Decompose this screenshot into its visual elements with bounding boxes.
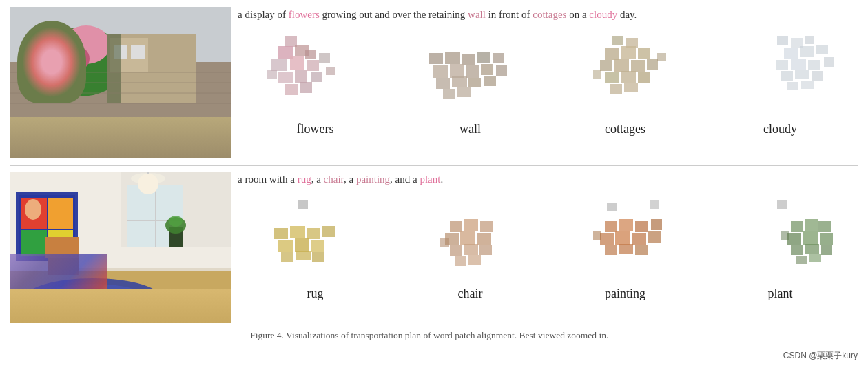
patch-flowers-canvas [257,32,374,115]
caption-mid2: in front of [486,9,533,20]
svg-rect-49 [612,36,623,45]
svg-rect-46 [484,76,496,86]
patch-chair: chair [405,197,536,301]
svg-rect-64 [593,70,601,79]
svg-rect-30 [300,82,312,93]
svg-rect-45 [468,78,481,87]
patch-cottages-label: cottages [605,122,645,136]
svg-point-98 [52,288,134,310]
svg-rect-128 [468,255,481,265]
svg-rect-40 [466,65,479,78]
patch-cottages-canvas [567,32,684,115]
svg-rect-76 [795,70,809,79]
svg-rect-138 [632,233,646,245]
svg-rect-22 [271,59,287,71]
svg-rect-68 [784,48,798,59]
svg-rect-95 [79,268,231,271]
svg-rect-78 [787,82,798,90]
room-caption-word3: painting [356,174,390,185]
main-container: a display of flowers growing out and ove… [0,0,868,381]
svg-rect-141 [619,244,633,254]
svg-rect-79 [801,81,814,89]
svg-rect-52 [621,46,636,59]
svg-rect-140 [605,245,617,255]
svg-rect-61 [610,84,622,94]
svg-rect-37 [493,53,504,63]
svg-rect-109 [290,226,305,238]
svg-rect-124 [450,245,462,256]
svg-rect-54 [600,60,612,71]
svg-rect-133 [619,219,633,231]
svg-rect-99 [48,251,79,275]
svg-rect-43 [436,78,450,89]
svg-rect-48 [457,87,471,97]
svg-rect-63 [657,53,666,61]
figure-caption-text: Figure 4. Visualizations of transportati… [250,330,608,340]
svg-rect-150 [820,233,833,245]
patch-cloudy-canvas [722,32,839,115]
row-divider [10,165,858,166]
patch-wall-canvas [412,32,529,115]
room-caption-word1: rug [298,174,311,185]
svg-rect-42 [496,65,507,76]
svg-rect-112 [278,240,293,252]
svg-rect-70 [816,45,828,54]
svg-rect-151 [791,245,803,255]
garden-patches-row: flowers [238,32,858,136]
patch-chair-label: chair [458,287,483,301]
svg-rect-66 [791,38,803,48]
patch-rug-label: rug [307,287,324,301]
svg-rect-100 [45,237,79,258]
svg-rect-115 [281,252,293,262]
watermark-text: CSDN @栗栗子kury [783,350,858,362]
svg-rect-28 [311,72,322,82]
svg-rect-21 [305,50,316,59]
svg-rect-156 [781,231,789,240]
svg-rect-67 [805,36,814,44]
caption-word3: cottages [533,9,566,20]
svg-rect-134 [635,221,648,232]
svg-rect-62 [624,83,638,92]
svg-rect-44 [452,76,467,87]
svg-rect-31 [326,67,335,75]
svg-rect-81 [10,268,231,323]
patch-cloudy: cloudy [715,32,846,136]
svg-rect-144 [777,200,787,209]
svg-rect-38 [433,65,448,78]
svg-marker-4 [79,117,203,158]
figure-caption: Figure 4. Visualizations of transportati… [10,330,858,341]
svg-point-97 [38,284,148,314]
svg-rect-32 [267,70,277,79]
garden-row: a display of flowers growing out and ove… [10,7,858,158]
svg-rect-108 [274,228,288,239]
svg-rect-154 [796,256,807,264]
patch-flowers-label: flowers [297,122,334,136]
svg-rect-39 [450,64,464,78]
room-caption-suffix: . [440,174,443,185]
svg-rect-59 [621,71,636,83]
svg-rect-116 [296,251,311,260]
svg-rect-135 [651,219,662,230]
patch-cloudy-label: cloudy [763,122,797,136]
patch-flowers: flowers [250,32,381,136]
room-caption-prefix: a room with a [238,174,298,185]
svg-rect-137 [615,231,630,245]
svg-rect-148 [787,233,801,245]
svg-rect-33 [429,53,443,64]
svg-rect-111 [322,226,335,237]
svg-point-96 [24,278,162,320]
svg-rect-117 [312,252,324,262]
svg-rect-91 [21,230,47,256]
patch-cottages: cottages [560,32,691,136]
garden-content: a display of flowers growing out and ove… [238,7,858,139]
svg-rect-51 [605,48,619,60]
svg-point-106 [138,174,158,194]
svg-rect-36 [477,52,490,63]
svg-rect-77 [812,71,823,81]
patch-painting-canvas [567,197,684,280]
svg-rect-34 [445,52,460,64]
svg-rect-50 [626,38,638,48]
svg-rect-26 [278,72,293,83]
room-photo [10,172,231,323]
svg-rect-126 [479,245,492,255]
